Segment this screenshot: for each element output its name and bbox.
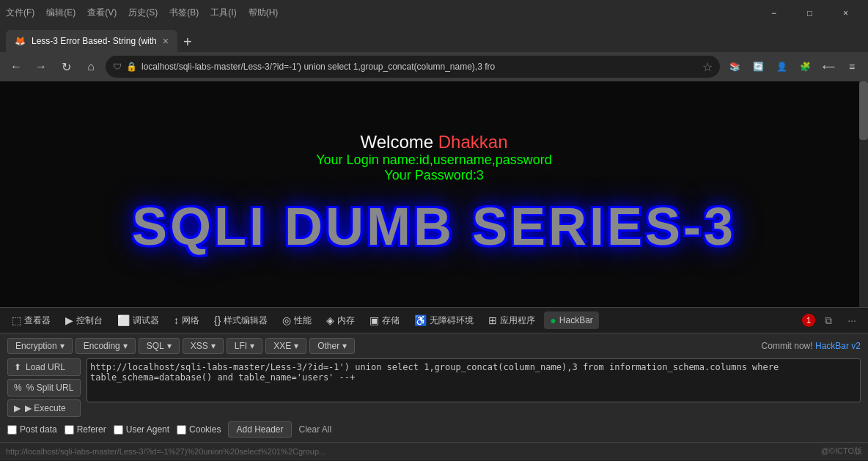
account-button[interactable]: 👤 <box>771 56 792 77</box>
refresh-button[interactable]: ↻ <box>56 56 76 77</box>
welcome-text: Welcome Dhakkan <box>316 132 552 152</box>
other-label: Other <box>317 341 339 351</box>
sql-label: SQL <box>147 341 164 351</box>
sync-button[interactable]: 🔄 <box>748 56 768 77</box>
execute-icon: ▶ <box>14 403 21 413</box>
user-agent-checkbox-label[interactable]: User Agent <box>114 424 169 435</box>
hackbar-actions: ⬆ Load URL % % Split URL ▶ ▶ Execute <box>7 358 81 417</box>
accessibility-label: 无障碍环境 <box>430 314 474 327</box>
devtools-network[interactable]: ↕ 网络 <box>168 311 205 330</box>
hackbar-dot-icon: ● <box>550 314 556 326</box>
load-url-button[interactable]: ⬆ Load URL <box>7 358 81 376</box>
new-tab-button[interactable]: + <box>177 34 198 51</box>
customize-button[interactable]: 🧩 <box>795 56 815 77</box>
user-agent-checkbox[interactable] <box>114 425 123 435</box>
app-label: 应用程序 <box>500 314 535 327</box>
back-page-button[interactable]: ⟵ <box>818 56 839 77</box>
hackbar-label: HackBar <box>559 315 593 325</box>
star-icon[interactable]: ☆ <box>702 60 713 74</box>
cookies-checkbox-label[interactable]: Cookies <box>177 424 221 435</box>
cookies-checkbox[interactable] <box>177 425 186 435</box>
encryption-menu[interactable]: Encryption ▾ <box>7 338 73 354</box>
xxe-menu[interactable]: XXE ▾ <box>265 338 306 354</box>
devtools-more-button[interactable]: ··· <box>842 310 862 331</box>
tab-close-button[interactable]: × <box>163 35 169 47</box>
devtools-inspector[interactable]: ⬚ 查看器 <box>6 311 56 330</box>
devtools-app[interactable]: ⊞ 应用程序 <box>482 311 541 330</box>
devtools-bar: ⬚ 查看器 ▶ 控制台 ⬜ 调试器 ↕ 网络 {} 样式编辑器 ◎ 性能 ◈ 内… <box>0 307 868 333</box>
referer-checkbox[interactable] <box>65 425 74 435</box>
split-url-button[interactable]: % % Split URL <box>7 379 81 397</box>
sql-arrow-icon: ▾ <box>167 341 172 351</box>
app-menu-history[interactable]: 历史(S) <box>128 7 158 19</box>
post-data-checkbox[interactable] <box>7 425 17 435</box>
performance-icon: ◎ <box>282 314 291 326</box>
devtools-undock-button[interactable]: ⧉ <box>818 310 839 331</box>
devtools-style-editor[interactable]: {} 样式编辑器 <box>208 311 273 330</box>
console-label: 控制台 <box>76 314 103 327</box>
commit-info: Commit now! HackBar v2 <box>762 341 861 351</box>
style-editor-label: 样式编辑器 <box>224 314 268 327</box>
devtools-memory[interactable]: ◈ 内存 <box>320 311 361 330</box>
lfi-arrow-icon: ▾ <box>250 341 254 351</box>
load-url-icon: ⬆ <box>14 362 21 372</box>
split-url-icon: % <box>14 383 22 393</box>
forward-button[interactable]: → <box>31 56 51 77</box>
encoding-label: Encoding <box>84 341 120 351</box>
extensions-button[interactable]: 📚 <box>724 56 745 77</box>
sql-menu[interactable]: SQL ▾ <box>139 338 180 354</box>
encryption-arrow-icon: ▾ <box>60 341 65 351</box>
lfi-menu[interactable]: LFI ▾ <box>227 338 262 354</box>
app-menu-view[interactable]: 查看(V) <box>87 7 117 19</box>
app-menu-edit[interactable]: 编辑(E) <box>46 7 76 19</box>
xss-label: XSS <box>191 341 208 351</box>
browser-content: Welcome Dhakkan Your Login name:id,usern… <box>0 81 868 307</box>
referer-checkbox-label[interactable]: Referer <box>65 424 106 435</box>
lfi-label: LFI <box>235 341 247 351</box>
devtools-performance[interactable]: ◎ 性能 <box>276 311 317 330</box>
post-data-checkbox-label[interactable]: Post data <box>7 424 57 435</box>
app-menu-file[interactable]: 文件(F) <box>6 7 34 19</box>
devtools-accessibility[interactable]: ♿ 无障碍环境 <box>408 311 479 330</box>
active-tab[interactable]: 🦊 Less-3 Error Based- String (with × <box>6 30 177 52</box>
xss-arrow-icon: ▾ <box>211 341 216 351</box>
close-button[interactable]: × <box>829 2 862 23</box>
xss-menu[interactable]: XSS ▾ <box>183 338 224 354</box>
xxe-arrow-icon: ▾ <box>294 341 298 351</box>
sqli-banner: SQLI DUMB SERIES-3 <box>132 196 736 257</box>
style-editor-icon: {} <box>214 314 221 326</box>
url-textarea[interactable]: http://localhost/sqli-labs-master/Less-3… <box>87 358 861 402</box>
url-input[interactable] <box>141 62 698 72</box>
devtools-hackbar[interactable]: ● HackBar <box>544 311 598 329</box>
menu-button[interactable]: ≡ <box>842 56 862 77</box>
window-controls: − □ × <box>757 2 862 23</box>
network-icon: ↕ <box>174 314 179 326</box>
minimize-button[interactable]: − <box>757 2 790 23</box>
clear-all-button[interactable]: Clear All <box>299 424 332 435</box>
login-info: Your Login name:id,username,password <box>316 152 552 168</box>
network-label: 网络 <box>182 314 199 327</box>
hackbar-footer: Post data Referer User Agent Cookies Add… <box>7 421 861 438</box>
back-button[interactable]: ← <box>6 56 26 77</box>
encoding-menu[interactable]: Encoding ▾ <box>76 338 136 354</box>
app-menu-help[interactable]: 帮助(H) <box>249 7 279 19</box>
debugger-icon: ⬜ <box>117 314 130 326</box>
nav-right: 📚 🔄 👤 🧩 ⟵ ≡ <box>724 56 862 77</box>
encryption-label: Encryption <box>15 341 57 351</box>
scrollbar-thumb[interactable] <box>859 81 868 140</box>
other-menu[interactable]: Other ▾ <box>309 338 355 354</box>
status-right: @©ICTO版 <box>821 446 862 457</box>
password-info: Your Password:3 <box>316 168 552 183</box>
devtools-debugger[interactable]: ⬜ 调试器 <box>111 311 165 330</box>
app-menu-bookmarks[interactable]: 书签(B) <box>169 7 199 19</box>
maximize-button[interactable]: □ <box>793 2 826 23</box>
scrollbar[interactable] <box>859 81 868 307</box>
app-menu-tools[interactable]: 工具(I) <box>210 7 236 19</box>
accessibility-icon: ♿ <box>414 314 427 326</box>
devtools-console[interactable]: ▶ 控制台 <box>59 311 108 330</box>
devtools-storage[interactable]: ▣ 存储 <box>364 311 405 330</box>
nav-bar: ← → ↻ ⌂ 🛡 🔒 ☆ 📚 🔄 👤 🧩 ⟵ ≡ <box>0 52 868 81</box>
execute-button[interactable]: ▶ ▶ Execute <box>7 399 81 417</box>
home-button[interactable]: ⌂ <box>81 56 101 77</box>
add-header-button[interactable]: Add Header <box>228 421 291 438</box>
